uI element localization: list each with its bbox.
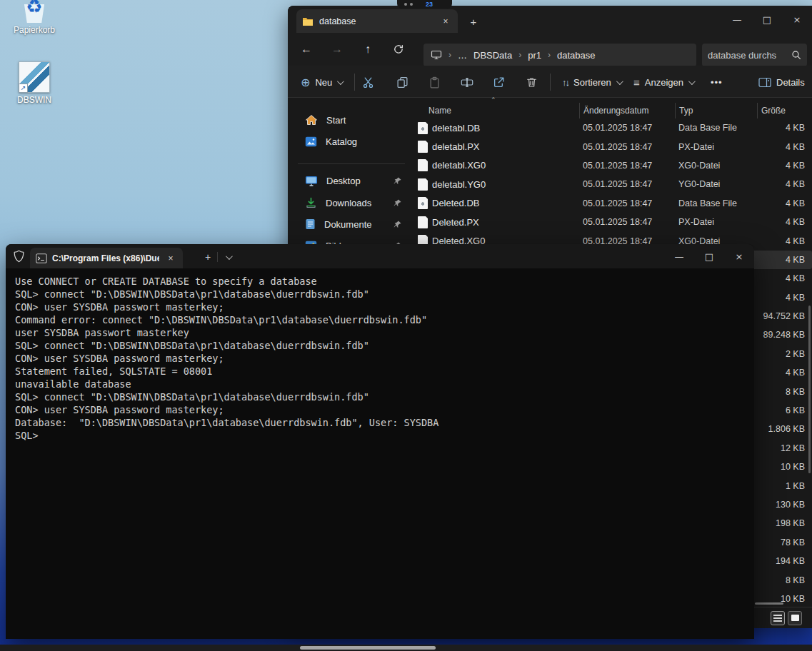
view-button[interactable]: ≡ Anzeigen (631, 71, 696, 93)
chevron-down-icon (688, 78, 696, 85)
file-size: 4 KB (757, 368, 812, 378)
tab-close-icon[interactable]: × (439, 15, 452, 28)
table-row[interactable]: Deleted.DB05.01.2025 18:47Data Base File… (416, 194, 812, 213)
copy-button[interactable] (394, 71, 411, 93)
gallery-icon (305, 136, 317, 147)
horizontal-scrollbar[interactable] (755, 602, 783, 605)
file-date: 05.01.2025 18:47 (579, 198, 675, 208)
file-size: 4 KB (757, 273, 812, 283)
vertical-scrollbar[interactable] (808, 306, 811, 473)
back-button[interactable]: ← (294, 38, 319, 61)
rename-button[interactable] (458, 71, 476, 93)
dbswin-app-icon: ↗ (19, 61, 50, 93)
sidebar-item-downloads[interactable]: Downloads (295, 192, 411, 213)
terminal-line: SQL> connect "D:\DBSWIN\DBSData\pr1\data… (15, 390, 754, 403)
details-pane-icon (758, 77, 771, 88)
recycle-bin-icon: ♻ (20, 0, 49, 23)
new-tab-button[interactable]: + (465, 13, 482, 30)
tab-close-icon[interactable]: × (164, 252, 177, 265)
terminal-line: Database: "D:\DBSWIN\DBSData\pr1\databas… (15, 416, 754, 429)
desktop-icon-dbswin[interactable]: ↗ DBSWIN (7, 61, 61, 105)
sidebar-item-start[interactable]: Start (295, 109, 411, 131)
search-value: database durchs (708, 50, 791, 61)
close-button[interactable]: × (724, 244, 754, 268)
terminal-line: CON> user SYSDBA passwort masterkey; (15, 301, 754, 313)
file-size: 12 KB (757, 443, 812, 453)
breadcrumb-item[interactable]: pr1 (528, 50, 541, 61)
maximize-button[interactable]: □ (694, 244, 724, 268)
new-button[interactable]: ⊕ Neu (298, 71, 345, 93)
terminal-output[interactable]: Use CONNECT or CREATE DATABASE to specif… (6, 268, 754, 442)
address-bar[interactable]: › … DBSData › pr1 › database (423, 44, 696, 66)
breadcrumb-item[interactable]: DBSData (473, 50, 512, 61)
database-file-icon (418, 122, 428, 134)
breadcrumb-item[interactable]: database (557, 50, 596, 61)
home-icon (305, 114, 318, 126)
sort-arrows-icon: ↑↓ (562, 77, 568, 88)
sidebar-item-label: Katalog (326, 136, 357, 147)
file-size: 4 KB (757, 255, 812, 265)
table-row[interactable]: deletabl.XG005.01.2025 18:47XG0-Datei4 K… (416, 156, 812, 175)
explorer-titlebar[interactable]: database × + — □ × (288, 6, 812, 33)
terminal-window: C:\Program Files (x86)\Duerr\ × + — □ × … (6, 244, 754, 639)
sort-button[interactable]: ↑↓ Sortieren (559, 71, 624, 93)
refresh-button[interactable] (386, 38, 411, 61)
floating-toolbar[interactable]: 23 (397, 0, 452, 9)
explorer-tab[interactable]: database × (296, 9, 458, 33)
search-input[interactable]: database durchs (702, 44, 807, 66)
file-date: 05.01.2025 18:47 (579, 142, 675, 152)
table-row[interactable]: deletabl.PX05.01.2025 18:47PX-Datei4 KB (416, 137, 812, 156)
admin-shield-icon (13, 250, 25, 263)
terminal-line: Command error: connect "D:\DBSWIN\DBSDat… (15, 313, 754, 326)
table-row[interactable]: deletabl.DB05.01.2025 18:47Data Base Fil… (416, 118, 812, 137)
chevron-down-icon (616, 78, 623, 85)
search-icon (791, 50, 801, 60)
more-options-button[interactable]: ••• (708, 71, 726, 93)
up-button[interactable]: ↑ (356, 38, 380, 61)
table-row[interactable]: Deleted.PX05.01.2025 18:47PX-Datei4 KB (416, 213, 812, 231)
chevron-right-icon: › (518, 50, 521, 60)
forward-button[interactable]: → (325, 38, 349, 61)
column-header-size[interactable]: Größe (757, 103, 812, 118)
file-size: 198 KB (757, 518, 812, 528)
terminal-line: SQL> connect "D:\DBSWIN\DBSData\pr1\data… (15, 288, 754, 301)
desktop-icon-label: DBSWIN (7, 95, 61, 105)
terminal-dropdown-button[interactable] (220, 250, 236, 264)
terminal-titlebar[interactable]: C:\Program Files (x86)\Duerr\ × + — □ × (6, 244, 754, 268)
chevron-right-icon: › (548, 50, 551, 60)
pin-icon (393, 176, 402, 186)
column-header-date[interactable]: Änderungsdatum (579, 103, 675, 118)
sidebar-item-label: Desktop (326, 176, 361, 186)
desktop-icon-recycle-bin[interactable]: ♻ Papierkorb (7, 0, 61, 35)
terminal-line: SQL> connect "D:\DBSWIN\DBSData\pr1\data… (15, 339, 754, 352)
file-name: Deleted.DB (432, 198, 479, 208)
chevron-right-icon: › (448, 50, 451, 60)
cut-button[interactable] (359, 71, 377, 93)
delete-button[interactable] (523, 71, 541, 93)
downloads-icon (305, 197, 317, 208)
breadcrumb-ellipsis[interactable]: … (458, 50, 467, 61)
terminal-line: Use CONNECT or CREATE DATABASE to specif… (15, 275, 754, 288)
maximize-button[interactable]: □ (752, 6, 782, 33)
thumbnail-view-toggle[interactable] (788, 611, 802, 625)
column-header-name[interactable]: Name (416, 103, 579, 118)
close-button[interactable]: × (782, 6, 812, 33)
minimize-button[interactable]: — (664, 244, 694, 268)
details-view-toggle[interactable] (771, 611, 785, 625)
grip-dot-icon (404, 3, 407, 6)
sidebar-item-desktop[interactable]: Desktop (295, 170, 411, 191)
table-row[interactable]: deletabl.YG005.01.2025 18:47YG0-Datei4 K… (416, 175, 812, 193)
details-pane-button[interactable]: Details (756, 71, 808, 93)
file-icon (418, 178, 428, 191)
sidebar-item-katalog[interactable]: Katalog (295, 131, 411, 152)
terminal-tab[interactable]: C:\Program Files (x86)\Duerr\ × (30, 248, 183, 268)
column-header-type[interactable]: Typ (675, 103, 757, 118)
minimize-button[interactable]: — (722, 6, 752, 33)
new-terminal-tab-button[interactable]: + (200, 250, 216, 264)
paste-button[interactable] (426, 71, 443, 93)
share-button[interactable] (490, 71, 508, 93)
sidebar-item-dokumente[interactable]: Dokumente (295, 213, 411, 235)
taskbar-peek[interactable] (0, 645, 812, 651)
terminal-line: SQL> (15, 429, 754, 442)
floating-toolbar-badge: 23 (426, 1, 433, 8)
